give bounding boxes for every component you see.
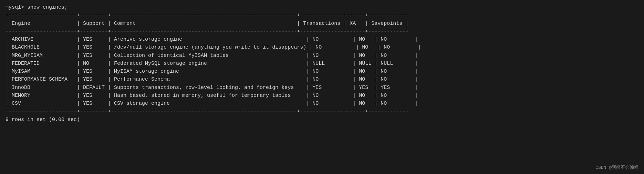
separator-bot: +----------------------+---------+------… xyxy=(6,108,638,115)
table-body: | ARCHIVE | YES | Archive storage engine… xyxy=(6,35,638,108)
header-row: | Engine | Support | Comment | Transacti… xyxy=(6,20,638,28)
footer-line: 9 rows in set (0.00 sec) xyxy=(6,116,638,124)
table-row: | CSV | YES | CSV storage engine | NO | … xyxy=(6,100,638,108)
table-row: | PERFORMANCE_SCHEMA | YES | Performance… xyxy=(6,75,638,83)
watermark: CSDN @阿熊不会编程 xyxy=(595,164,638,171)
table-row: | BLACKHOLE | YES | /dev/null storage en… xyxy=(6,43,638,51)
table-row: | ARCHIVE | YES | Archive storage engine… xyxy=(6,35,638,43)
table-row: | MyISAM | YES | MyISAM storage engine |… xyxy=(6,68,638,75)
table-row: | MEMORY | YES | Hash based, stored in m… xyxy=(6,92,638,100)
table-row: | FEDERATED | NO | Federated MySQL stora… xyxy=(6,60,638,68)
separator-top: +----------------------+---------+------… xyxy=(6,11,638,19)
terminal: mysql> show engines; +------------------… xyxy=(6,3,638,124)
separator-mid: +----------------------+---------+------… xyxy=(6,28,638,35)
table-row: | InnoDB | DEFAULT | Supports transactio… xyxy=(6,84,638,92)
command-line: mysql> show engines; xyxy=(6,3,638,11)
table-row: | MRG_MYISAM | YES | Collection of ident… xyxy=(6,52,638,60)
